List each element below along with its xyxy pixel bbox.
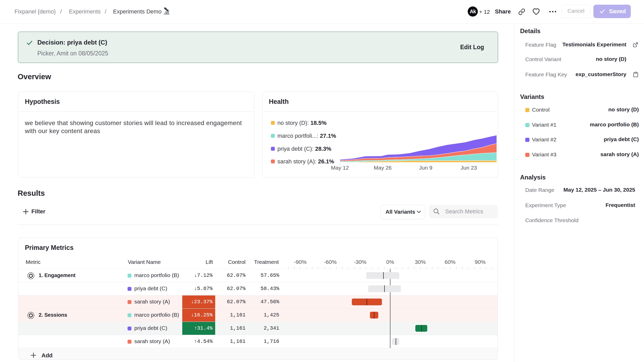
svg-text:Jun 9: Jun 9 bbox=[419, 165, 432, 171]
svg-text:May 26: May 26 bbox=[374, 165, 392, 171]
svg-text:Jun 23: Jun 23 bbox=[460, 165, 477, 171]
svg-text:May 12: May 12 bbox=[331, 165, 349, 171]
